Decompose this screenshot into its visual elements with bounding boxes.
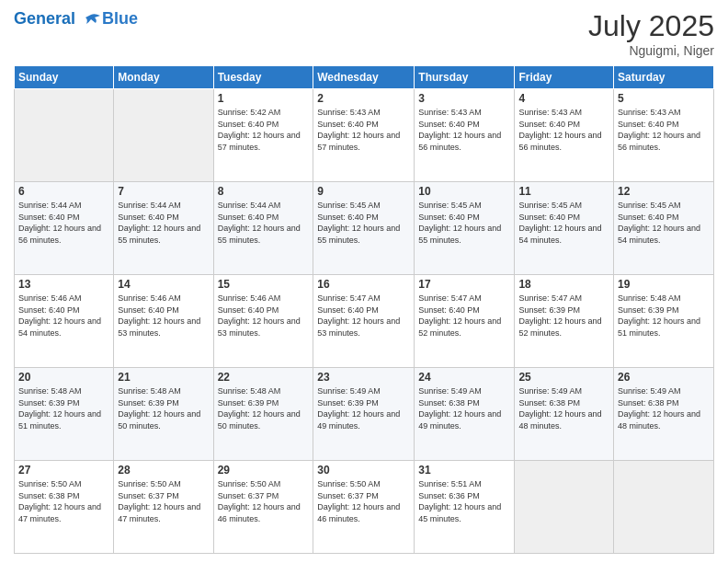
day-info: Sunrise: 5:48 AM Sunset: 6:39 PM Dayligh…: [218, 385, 310, 431]
day-info: Sunrise: 5:44 AM Sunset: 6:40 PM Dayligh…: [118, 200, 209, 246]
day-number: 31: [418, 464, 510, 477]
day-number: 24: [418, 371, 510, 384]
calendar-cell: 27Sunrise: 5:50 AM Sunset: 6:38 PM Dayli…: [15, 461, 114, 554]
day-info: Sunrise: 5:49 AM Sunset: 6:38 PM Dayligh…: [418, 385, 510, 431]
day-info: Sunrise: 5:50 AM Sunset: 6:37 PM Dayligh…: [317, 478, 410, 524]
page: General Blue July 2025 Nguigmi, Niger Su…: [0, 0, 728, 563]
day-number: 28: [118, 464, 209, 477]
logo-bird-icon: [82, 13, 100, 26]
calendar-cell: 19Sunrise: 5:48 AM Sunset: 6:39 PM Dayli…: [614, 275, 714, 368]
day-number: 30: [317, 464, 410, 477]
col-header-friday: Friday: [515, 66, 614, 89]
calendar-cell: 21Sunrise: 5:48 AM Sunset: 6:39 PM Dayli…: [114, 368, 213, 461]
calendar-cell: [15, 89, 114, 182]
day-number: 19: [618, 278, 710, 291]
day-number: 9: [317, 185, 410, 198]
calendar-cell: 26Sunrise: 5:49 AM Sunset: 6:38 PM Dayli…: [614, 368, 714, 461]
day-number: 7: [118, 185, 209, 198]
calendar-week-row: 1Sunrise: 5:42 AM Sunset: 6:40 PM Daylig…: [15, 89, 714, 182]
day-info: Sunrise: 5:51 AM Sunset: 6:36 PM Dayligh…: [418, 478, 510, 524]
day-info: Sunrise: 5:43 AM Sunset: 6:40 PM Dayligh…: [618, 107, 710, 153]
day-info: Sunrise: 5:43 AM Sunset: 6:40 PM Dayligh…: [317, 107, 410, 153]
day-number: 5: [618, 92, 710, 105]
day-info: Sunrise: 5:45 AM Sunset: 6:40 PM Dayligh…: [518, 200, 609, 246]
logo-blue: Blue: [102, 9, 138, 29]
col-header-wednesday: Wednesday: [313, 66, 415, 89]
location: Nguigmi, Niger: [588, 43, 714, 58]
day-info: Sunrise: 5:46 AM Sunset: 6:40 PM Dayligh…: [218, 293, 310, 339]
month-year: July 2025: [588, 9, 714, 43]
logo-text: General Blue: [14, 9, 138, 29]
calendar-week-row: 20Sunrise: 5:48 AM Sunset: 6:39 PM Dayli…: [15, 368, 714, 461]
calendar-cell: 9Sunrise: 5:45 AM Sunset: 6:40 PM Daylig…: [313, 182, 415, 275]
day-info: Sunrise: 5:48 AM Sunset: 6:39 PM Dayligh…: [18, 385, 109, 431]
day-number: 21: [118, 371, 209, 384]
day-number: 8: [218, 185, 310, 198]
day-info: Sunrise: 5:48 AM Sunset: 6:39 PM Dayligh…: [618, 293, 710, 339]
day-number: 15: [218, 278, 310, 291]
calendar-cell: 31Sunrise: 5:51 AM Sunset: 6:36 PM Dayli…: [415, 461, 515, 554]
day-number: 16: [317, 278, 410, 291]
day-number: 20: [18, 371, 109, 384]
day-info: Sunrise: 5:44 AM Sunset: 6:40 PM Dayligh…: [18, 200, 109, 246]
calendar-cell: 17Sunrise: 5:47 AM Sunset: 6:40 PM Dayli…: [415, 275, 515, 368]
day-info: Sunrise: 5:49 AM Sunset: 6:39 PM Dayligh…: [317, 385, 410, 431]
day-info: Sunrise: 5:47 AM Sunset: 6:40 PM Dayligh…: [418, 293, 510, 339]
calendar-cell: 12Sunrise: 5:45 AM Sunset: 6:40 PM Dayli…: [614, 182, 714, 275]
calendar-cell: 14Sunrise: 5:46 AM Sunset: 6:40 PM Dayli…: [114, 275, 213, 368]
day-info: Sunrise: 5:42 AM Sunset: 6:40 PM Dayligh…: [218, 107, 310, 153]
day-number: 6: [18, 185, 109, 198]
day-info: Sunrise: 5:46 AM Sunset: 6:40 PM Dayligh…: [18, 293, 109, 339]
col-header-monday: Monday: [114, 66, 213, 89]
calendar-cell: 28Sunrise: 5:50 AM Sunset: 6:37 PM Dayli…: [114, 461, 213, 554]
calendar-week-row: 6Sunrise: 5:44 AM Sunset: 6:40 PM Daylig…: [15, 182, 714, 275]
calendar-cell: [114, 89, 213, 182]
logo-general: General: [14, 9, 75, 28]
calendar-cell: [515, 461, 614, 554]
day-number: 26: [618, 371, 710, 384]
day-number: 2: [317, 92, 410, 105]
day-number: 18: [518, 278, 609, 291]
day-number: 4: [518, 92, 609, 105]
col-header-thursday: Thursday: [415, 66, 515, 89]
day-number: 17: [418, 278, 510, 291]
calendar-cell: 10Sunrise: 5:45 AM Sunset: 6:40 PM Dayli…: [415, 182, 515, 275]
day-info: Sunrise: 5:45 AM Sunset: 6:40 PM Dayligh…: [317, 200, 410, 246]
calendar-cell: 23Sunrise: 5:49 AM Sunset: 6:39 PM Dayli…: [313, 368, 415, 461]
calendar-cell: 6Sunrise: 5:44 AM Sunset: 6:40 PM Daylig…: [15, 182, 114, 275]
day-number: 22: [218, 371, 310, 384]
day-info: Sunrise: 5:45 AM Sunset: 6:40 PM Dayligh…: [418, 200, 510, 246]
day-info: Sunrise: 5:50 AM Sunset: 6:37 PM Dayligh…: [218, 478, 310, 524]
day-info: Sunrise: 5:47 AM Sunset: 6:40 PM Dayligh…: [317, 293, 410, 339]
calendar-cell: 8Sunrise: 5:44 AM Sunset: 6:40 PM Daylig…: [213, 182, 313, 275]
day-info: Sunrise: 5:43 AM Sunset: 6:40 PM Dayligh…: [518, 107, 609, 153]
calendar-cell: 18Sunrise: 5:47 AM Sunset: 6:39 PM Dayli…: [515, 275, 614, 368]
calendar-cell: 5Sunrise: 5:43 AM Sunset: 6:40 PM Daylig…: [614, 89, 714, 182]
calendar-cell: 15Sunrise: 5:46 AM Sunset: 6:40 PM Dayli…: [213, 275, 313, 368]
calendar: SundayMondayTuesdayWednesdayThursdayFrid…: [14, 65, 714, 554]
calendar-cell: 24Sunrise: 5:49 AM Sunset: 6:38 PM Dayli…: [415, 368, 515, 461]
calendar-body: 1Sunrise: 5:42 AM Sunset: 6:40 PM Daylig…: [15, 89, 714, 554]
day-info: Sunrise: 5:49 AM Sunset: 6:38 PM Dayligh…: [618, 385, 710, 431]
calendar-week-row: 13Sunrise: 5:46 AM Sunset: 6:40 PM Dayli…: [15, 275, 714, 368]
day-number: 14: [118, 278, 209, 291]
calendar-cell: [614, 461, 714, 554]
calendar-cell: 29Sunrise: 5:50 AM Sunset: 6:37 PM Dayli…: [213, 461, 313, 554]
day-number: 29: [218, 464, 310, 477]
day-number: 12: [618, 185, 710, 198]
header: General Blue July 2025 Nguigmi, Niger: [14, 9, 714, 58]
day-number: 1: [218, 92, 310, 105]
title-block: July 2025 Nguigmi, Niger: [588, 9, 714, 58]
day-info: Sunrise: 5:48 AM Sunset: 6:39 PM Dayligh…: [118, 385, 209, 431]
calendar-cell: 4Sunrise: 5:43 AM Sunset: 6:40 PM Daylig…: [515, 89, 614, 182]
calendar-cell: 1Sunrise: 5:42 AM Sunset: 6:40 PM Daylig…: [213, 89, 313, 182]
day-info: Sunrise: 5:49 AM Sunset: 6:38 PM Dayligh…: [518, 385, 609, 431]
day-number: 3: [418, 92, 510, 105]
calendar-cell: 13Sunrise: 5:46 AM Sunset: 6:40 PM Dayli…: [15, 275, 114, 368]
col-header-sunday: Sunday: [15, 66, 114, 89]
day-info: Sunrise: 5:50 AM Sunset: 6:38 PM Dayligh…: [18, 478, 109, 524]
calendar-week-row: 27Sunrise: 5:50 AM Sunset: 6:38 PM Dayli…: [15, 461, 714, 554]
day-number: 23: [317, 371, 410, 384]
day-info: Sunrise: 5:46 AM Sunset: 6:40 PM Dayligh…: [118, 293, 209, 339]
calendar-cell: 2Sunrise: 5:43 AM Sunset: 6:40 PM Daylig…: [313, 89, 415, 182]
